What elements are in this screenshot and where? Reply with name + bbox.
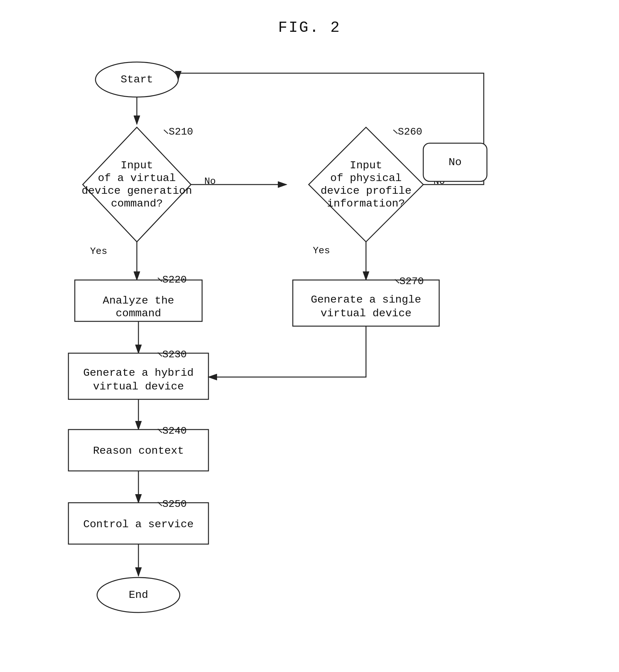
- s260-tick: [393, 130, 398, 134]
- s210-id: S210: [169, 126, 193, 138]
- s260-id: S260: [398, 126, 422, 138]
- s250-id: S250: [162, 498, 187, 510]
- s230-id: S230: [162, 349, 187, 361]
- s260-yes-label: Yes: [313, 245, 330, 256]
- s210-text4: command?: [111, 198, 163, 210]
- s240-id: S240: [162, 425, 187, 437]
- s210-yes-label: Yes: [90, 246, 107, 257]
- s260-text1: Input: [350, 159, 382, 171]
- s220-id: S220: [162, 274, 187, 286]
- s270-id: S270: [399, 276, 424, 287]
- loop-back-label: No: [449, 156, 462, 168]
- s260-text2: of physical: [330, 172, 402, 184]
- page-title: FIG. 2: [0, 0, 619, 36]
- s210-tick: [164, 130, 168, 134]
- s270-text2: virtual device: [321, 307, 412, 319]
- s230-text2: virtual device: [93, 381, 184, 393]
- end-label: End: [129, 589, 148, 601]
- s260-text4: information?: [327, 198, 405, 210]
- s220-text1: Analyze the: [103, 295, 174, 307]
- s220-text2: command: [116, 307, 161, 319]
- s230-text1: Generate a hybrid: [83, 367, 194, 379]
- diagram-container: Start Input of a virtual device generati…: [0, 42, 619, 665]
- s210-no-label: No: [204, 176, 216, 187]
- s240-text: Reason context: [93, 445, 184, 457]
- s210-text1: Input: [121, 159, 153, 171]
- s250-text: Control a service: [83, 518, 194, 530]
- s210-text3: device generation: [82, 185, 192, 197]
- s210-text2: of a virtual: [98, 172, 176, 184]
- arrow-s270-s240: [208, 326, 366, 377]
- start-label: Start: [121, 74, 153, 86]
- s270-text1: Generate a single: [311, 294, 421, 306]
- s260-text3: device profile: [321, 185, 412, 197]
